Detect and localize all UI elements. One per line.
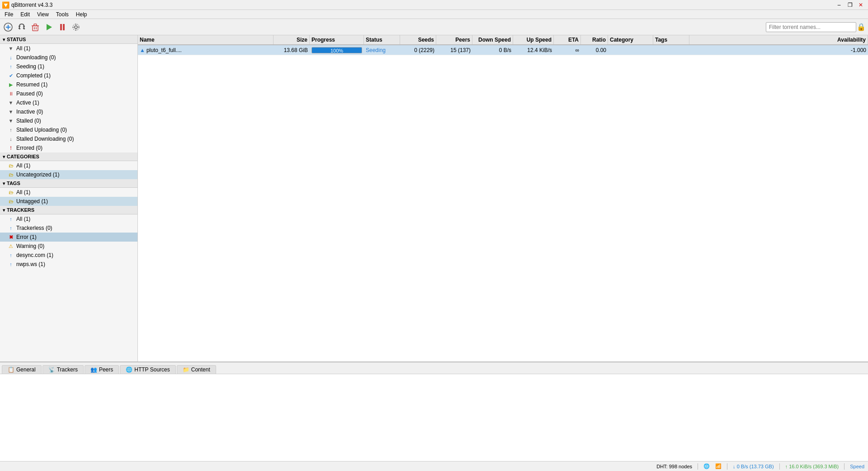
filter-completed[interactable]: ✔ Completed (1) [0, 71, 137, 80]
tag-all-icon: 🗁 [7, 189, 14, 196]
col-header-progress[interactable]: Progress [310, 35, 364, 44]
col-header-name[interactable]: Name [138, 35, 274, 44]
tags-section-header[interactable]: ▾ TAGS [0, 179, 137, 188]
speed-graph-button[interactable]: Speed [850, 464, 864, 469]
http-sources-icon: 🌐 [126, 366, 132, 373]
down-speed-status: ↓ 0 B/s (13.73 GB) [733, 464, 774, 469]
search-input[interactable] [766, 22, 856, 32]
bottom-tabs: 📋 General 📡 Trackers 👥 Peers 🌐 HTTP Sour… [0, 362, 868, 374]
trackers-section-header[interactable]: ▾ TRACKERS [0, 206, 137, 214]
status-header-label: STATUS [7, 37, 26, 42]
pause-button[interactable] [56, 21, 69, 33]
menu-item-file[interactable]: File [1, 10, 17, 19]
col-header-ratio[interactable]: Ratio [581, 35, 608, 44]
lock-icon: 🔒 [856, 22, 866, 32]
col-header-downspeed[interactable]: Down Speed [472, 35, 513, 44]
col-header-eta[interactable]: ETA [554, 35, 581, 44]
filter-resumed[interactable]: ▶ Resumed (1) [0, 80, 137, 89]
torrent-tags [653, 45, 689, 55]
tracker-all[interactable]: ↑ All (1) [0, 214, 137, 224]
tab-general[interactable]: 📋 General [2, 365, 42, 374]
toolbar-search: 🔒 [766, 22, 866, 32]
torrent-row[interactable]: ▲ pluto_t6_full.... 13.68 GiB 100% [138, 45, 868, 55]
content-area: ▾ STATUS ▼ All (1) ↓ Downloading (0) ↑ S… [0, 35, 868, 362]
dht-status: DHT: 998 nodes [656, 464, 692, 469]
filter-completed-label: Completed (1) [16, 72, 51, 79]
menu-item-help[interactable]: Help [72, 10, 91, 19]
progress-text: 100% [312, 48, 362, 53]
categories-section-header[interactable]: ▾ CATEGORIES [0, 152, 137, 161]
app-icon: 🔽 [2, 1, 9, 9]
tags-chevron: ▾ [3, 181, 5, 186]
tracker-warning[interactable]: ⚠ Warning (0) [0, 242, 137, 251]
titlebar-title: qBittorrent v4.3.3 [11, 2, 52, 8]
col-header-availability[interactable]: Availability [689, 35, 868, 44]
tab-http-sources[interactable]: 🌐 HTTP Sources [120, 365, 175, 374]
tracker-desync-icon: ↑ [7, 252, 14, 259]
filter-seeding[interactable]: ↑ Seeding (1) [0, 62, 137, 71]
torrent-upspeed: 12.4 KiB/s [513, 45, 554, 55]
content-icon: 📁 [183, 366, 189, 373]
tracker-desync[interactable]: ↑ desync.com (1) [0, 251, 137, 260]
status-separator-1 [698, 463, 698, 470]
tracker-trackerless[interactable]: ↑ Trackerless (0) [0, 224, 137, 233]
restore-button[interactable]: ❐ [844, 0, 855, 10]
resume-button[interactable] [42, 21, 55, 33]
filter-stalled[interactable]: ▼ Stalled (0) [0, 116, 137, 125]
filter-all-label: All (1) [16, 45, 30, 52]
filter-inactive[interactable]: ▼ Inactive (0) [0, 107, 137, 116]
filter-stalled-down-icon: ↓ [7, 135, 14, 143]
category-items: 🗁 All (1) 🗁 Uncategorized (1) [0, 161, 137, 179]
tag-untagged[interactable]: 🗁 Untagged (1) [0, 197, 137, 206]
toolbar: 🔒 [0, 19, 868, 35]
menu-item-edit[interactable]: Edit [17, 10, 33, 19]
filter-all[interactable]: ▼ All (1) [0, 44, 137, 53]
menu-item-tools[interactable]: Tools [52, 10, 72, 19]
menu-item-view[interactable]: View [33, 10, 52, 19]
filter-active[interactable]: ▼ Active (1) [0, 98, 137, 107]
status-section-header[interactable]: ▾ STATUS [0, 35, 137, 44]
filter-resumed-icon: ▶ [7, 81, 14, 88]
col-header-peers[interactable]: Peers [436, 35, 472, 44]
filter-downloading[interactable]: ↓ Downloading (0) [0, 53, 137, 62]
torrent-seeds: 0 (2229) [400, 45, 436, 55]
filter-paused[interactable]: ⏸ Paused (0) [0, 89, 137, 98]
col-header-seeds[interactable]: Seeds [400, 35, 436, 44]
close-button[interactable]: ✕ [855, 0, 866, 10]
torrent-ratio: 0.00 [581, 45, 608, 55]
filter-active-icon: ▼ [7, 99, 14, 106]
tracker-nwps-icon: ↑ [7, 261, 14, 268]
tab-trackers[interactable]: 📡 Trackers [42, 365, 84, 374]
trackers-header-label: TRACKERS [7, 207, 34, 213]
filter-stalled-downloading[interactable]: ↓ Stalled Downloading (0) [0, 134, 137, 143]
torrent-category [608, 45, 653, 55]
minimize-button[interactable]: – [834, 0, 844, 10]
svg-line-6 [23, 28, 25, 29]
category-all[interactable]: 🗁 All (1) [0, 161, 137, 170]
col-header-size[interactable]: Size [274, 35, 310, 44]
col-header-upspeed[interactable]: Up Speed [513, 35, 554, 44]
tracker-nwps[interactable]: ↑ nwps.ws (1) [0, 260, 137, 269]
filter-seeding-label: Seeding (1) [16, 63, 44, 70]
col-header-status[interactable]: Status [364, 35, 400, 44]
filter-stalled-uploading[interactable]: ↑ Stalled Uploading (0) [0, 125, 137, 134]
svg-rect-11 [34, 24, 37, 26]
remove-torrent-button[interactable] [29, 21, 42, 33]
filter-errored[interactable]: ! Errored (0) [0, 143, 137, 152]
trackers-icon: 📡 [48, 366, 55, 373]
options-button[interactable] [70, 21, 82, 33]
filter-downloading-label: Downloading (0) [16, 54, 56, 61]
category-uncategorized[interactable]: 🗁 Uncategorized (1) [0, 170, 137, 179]
bottom-content-area [0, 374, 868, 461]
add-magnet-button[interactable] [15, 21, 28, 33]
tracker-error[interactable]: ✖ Error (1) [0, 233, 137, 242]
col-header-tags[interactable]: Tags [653, 35, 689, 44]
filter-stalled-up-icon: ↑ [7, 126, 14, 133]
col-header-category[interactable]: Category [608, 35, 653, 44]
progress-bar-outer: 100% [311, 47, 362, 53]
status-separator-4 [844, 463, 844, 470]
tag-all[interactable]: 🗁 All (1) [0, 188, 137, 197]
tab-content[interactable]: 📁 Content [177, 365, 216, 374]
add-torrent-button[interactable] [2, 21, 14, 33]
tab-peers[interactable]: 👥 Peers [85, 365, 119, 374]
